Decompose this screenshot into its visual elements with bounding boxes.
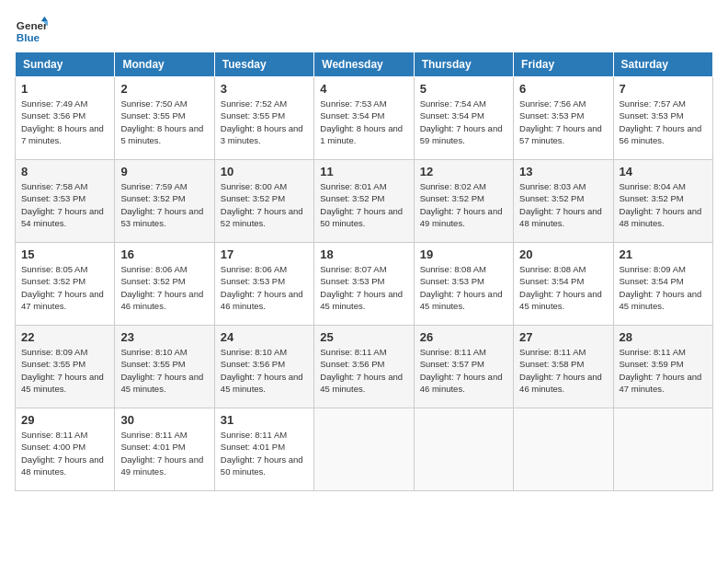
day-detail: Sunrise: 7:53 AMSunset: 3:54 PMDaylight:… [320,98,407,146]
day-cell: 30 Sunrise: 8:11 AMSunset: 4:01 PMDaylig… [115,408,214,491]
day-number: 12 [420,165,507,178]
day-number: 19 [420,247,507,261]
header-friday: Friday [514,52,613,77]
day-number: 29 [21,413,108,427]
day-number: 13 [519,165,607,178]
day-number: 14 [620,165,707,178]
day-cell: 13 Sunrise: 8:03 AMSunset: 3:52 PMDaylig… [514,160,613,243]
header-thursday: Thursday [414,52,513,77]
day-number: 3 [221,82,308,96]
day-cell: 5 Sunrise: 7:54 AMSunset: 3:54 PMDayligh… [414,77,513,160]
day-cell: 27 Sunrise: 8:11 AMSunset: 3:58 PMDaylig… [514,326,613,408]
day-detail: Sunrise: 8:06 AMSunset: 3:52 PMDaylight:… [120,263,208,312]
day-cell: 9 Sunrise: 7:59 AMSunset: 3:52 PMDayligh… [115,160,214,243]
day-cell: 1 Sunrise: 7:49 AMSunset: 3:56 PMDayligh… [16,77,115,160]
day-detail: Sunrise: 8:04 AMSunset: 3:52 PMDaylight:… [620,180,707,229]
header: General Blue [15,15,713,48]
day-number: 18 [320,247,407,261]
day-detail: Sunrise: 7:58 AMSunset: 3:53 PMDaylight:… [21,180,108,229]
day-cell: 3 Sunrise: 7:52 AMSunset: 3:55 PMDayligh… [214,77,313,160]
day-detail: Sunrise: 8:10 AMSunset: 3:56 PMDaylight:… [221,346,308,395]
day-detail: Sunrise: 8:02 AMSunset: 3:52 PMDaylight:… [420,180,507,229]
day-cell: 25 Sunrise: 8:11 AMSunset: 3:56 PMDaylig… [314,326,414,408]
day-detail: Sunrise: 8:03 AMSunset: 3:52 PMDaylight:… [519,180,607,229]
week-row-1: 1 Sunrise: 7:49 AMSunset: 3:56 PMDayligh… [16,77,713,160]
day-number: 1 [21,82,108,96]
calendar: SundayMondayTuesdayWednesdayThursdayFrid… [15,52,713,491]
day-cell: 28 Sunrise: 8:11 AMSunset: 3:59 PMDaylig… [613,326,712,408]
day-cell: 14 Sunrise: 8:04 AMSunset: 3:52 PMDaylig… [613,160,712,243]
day-number: 26 [420,330,507,344]
day-number: 15 [21,247,108,261]
day-cell: 6 Sunrise: 7:56 AMSunset: 3:53 PMDayligh… [514,77,613,160]
day-cell: 29 Sunrise: 8:11 AMSunset: 4:00 PMDaylig… [16,408,115,491]
day-detail: Sunrise: 8:07 AMSunset: 3:53 PMDaylight:… [320,263,407,312]
day-cell: 10 Sunrise: 8:00 AMSunset: 3:52 PMDaylig… [214,160,313,243]
day-number: 9 [120,165,208,178]
day-detail: Sunrise: 8:10 AMSunset: 3:55 PMDaylight:… [120,346,208,395]
day-detail: Sunrise: 7:59 AMSunset: 3:52 PMDaylight:… [120,180,208,229]
day-number: 23 [120,330,208,344]
day-number: 21 [620,247,707,261]
day-number: 16 [120,247,208,261]
day-cell [613,408,712,491]
week-row-4: 22 Sunrise: 8:09 AMSunset: 3:55 PMDaylig… [16,326,713,408]
day-detail: Sunrise: 8:05 AMSunset: 3:52 PMDaylight:… [21,263,108,312]
day-cell: 15 Sunrise: 8:05 AMSunset: 3:52 PMDaylig… [16,243,115,326]
day-number: 22 [21,330,108,344]
day-detail: Sunrise: 8:09 AMSunset: 3:55 PMDaylight:… [21,346,108,395]
day-detail: Sunrise: 8:01 AMSunset: 3:52 PMDaylight:… [320,180,407,229]
day-detail: Sunrise: 8:09 AMSunset: 3:54 PMDaylight:… [620,263,707,312]
day-cell: 18 Sunrise: 8:07 AMSunset: 3:53 PMDaylig… [314,243,414,326]
day-detail: Sunrise: 7:50 AMSunset: 3:55 PMDaylight:… [120,98,208,146]
week-row-2: 8 Sunrise: 7:58 AMSunset: 3:53 PMDayligh… [16,160,713,243]
day-cell: 26 Sunrise: 8:11 AMSunset: 3:57 PMDaylig… [414,326,513,408]
day-number: 17 [221,247,308,261]
day-number: 5 [420,82,507,96]
day-number: 27 [519,330,607,344]
day-cell: 23 Sunrise: 8:10 AMSunset: 3:55 PMDaylig… [115,326,214,408]
day-detail: Sunrise: 7:54 AMSunset: 3:54 PMDaylight:… [420,98,507,146]
day-number: 2 [120,82,208,96]
week-row-3: 15 Sunrise: 8:05 AMSunset: 3:52 PMDaylig… [16,243,713,326]
day-cell: 24 Sunrise: 8:10 AMSunset: 3:56 PMDaylig… [214,326,313,408]
header-saturday: Saturday [613,52,712,77]
day-number: 4 [320,82,407,96]
day-number: 10 [221,165,308,178]
day-detail: Sunrise: 8:11 AMSunset: 4:01 PMDaylight:… [221,429,308,477]
day-number: 28 [620,330,707,344]
day-cell: 8 Sunrise: 7:58 AMSunset: 3:53 PMDayligh… [16,160,115,243]
header-tuesday: Tuesday [214,52,313,77]
day-number: 7 [620,82,707,96]
day-detail: Sunrise: 7:56 AMSunset: 3:53 PMDaylight:… [519,98,607,146]
day-number: 30 [120,413,208,427]
day-cell: 21 Sunrise: 8:09 AMSunset: 3:54 PMDaylig… [613,243,712,326]
header-sunday: Sunday [16,52,115,77]
day-cell: 19 Sunrise: 8:08 AMSunset: 3:53 PMDaylig… [414,243,513,326]
day-number: 31 [221,413,308,427]
day-cell: 20 Sunrise: 8:08 AMSunset: 3:54 PMDaylig… [514,243,613,326]
day-number: 24 [221,330,308,344]
day-number: 8 [21,165,108,178]
header-wednesday: Wednesday [314,52,414,77]
day-cell: 11 Sunrise: 8:01 AMSunset: 3:52 PMDaylig… [314,160,414,243]
day-detail: Sunrise: 8:11 AMSunset: 3:57 PMDaylight:… [420,346,507,395]
svg-text:Blue: Blue [17,31,40,43]
day-detail: Sunrise: 8:11 AMSunset: 4:00 PMDaylight:… [21,429,108,477]
day-cell: 2 Sunrise: 7:50 AMSunset: 3:55 PMDayligh… [115,77,214,160]
logo: General Blue [15,15,48,48]
day-number: 25 [320,330,407,344]
day-cell: 31 Sunrise: 8:11 AMSunset: 4:01 PMDaylig… [214,408,313,491]
day-detail: Sunrise: 8:08 AMSunset: 3:54 PMDaylight:… [519,263,607,312]
day-cell: 16 Sunrise: 8:06 AMSunset: 3:52 PMDaylig… [115,243,214,326]
header-monday: Monday [115,52,214,77]
day-detail: Sunrise: 8:11 AMSunset: 3:59 PMDaylight:… [620,346,707,395]
day-detail: Sunrise: 8:00 AMSunset: 3:52 PMDaylight:… [221,180,308,229]
day-detail: Sunrise: 8:11 AMSunset: 3:56 PMDaylight:… [320,346,407,395]
day-number: 6 [519,82,607,96]
day-detail: Sunrise: 8:11 AMSunset: 4:01 PMDaylight:… [120,429,208,477]
day-cell: 4 Sunrise: 7:53 AMSunset: 3:54 PMDayligh… [314,77,414,160]
day-cell: 22 Sunrise: 8:09 AMSunset: 3:55 PMDaylig… [16,326,115,408]
day-number: 11 [320,165,407,178]
day-cell [314,408,414,491]
